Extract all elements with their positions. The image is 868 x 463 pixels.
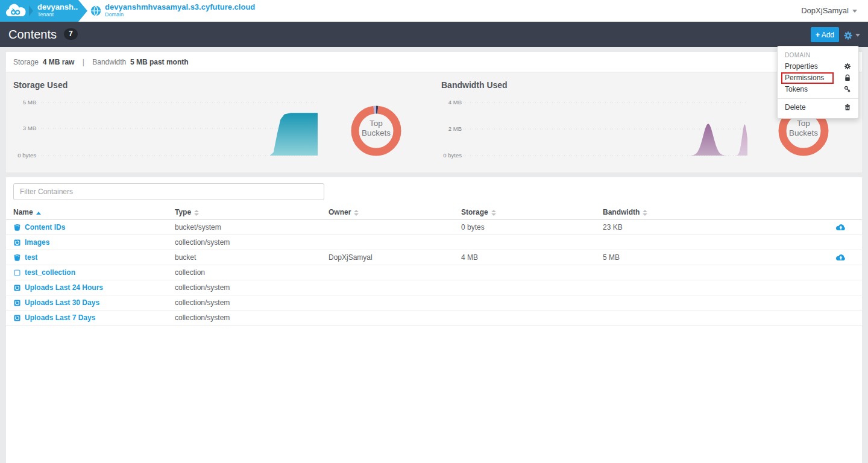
cell-type: bucket/system — [175, 223, 329, 232]
table-row: Uploads Last 24 Hourscollection/system — [6, 280, 862, 295]
collection-icon — [13, 314, 21, 322]
sort-icon — [194, 210, 199, 216]
usage-summary: Storage 4 MB raw | Bandwidth 5 MB past m… — [6, 52, 862, 72]
containers-panel: NameTypeOwnerStorageBandwidth Content ID… — [6, 177, 862, 463]
cell-type: collection/system — [175, 283, 329, 292]
tenant-label: Tenant — [37, 11, 78, 18]
menu-item-label: Properties — [785, 62, 818, 71]
y-tick-label: 2 MB — [432, 125, 462, 132]
cell-storage: 0 bytes — [461, 223, 603, 232]
charts-panel: Storage Used Bandwidth Used Top Buckets … — [6, 72, 862, 172]
top-bar: devyansh.. Tenant devyanshmhvasamyal.s3.… — [0, 0, 868, 22]
donut-center-label: Top Buckets — [358, 119, 394, 138]
column-label: Bandwidth — [603, 208, 640, 216]
collection-icon — [13, 299, 21, 307]
table-body: Content IDsbucket/system0 bytes23 KBImag… — [6, 220, 862, 326]
cell-type: collection/system — [175, 238, 329, 247]
trash-icon — [844, 104, 851, 111]
menu-item-permissions[interactable]: Permissions — [778, 72, 858, 84]
menu-section-label: DOMAIN — [778, 50, 858, 61]
cloud-upload-icon[interactable] — [835, 224, 862, 232]
bandwidth-value: 5 MB past month — [130, 58, 189, 66]
donut-center-label: Top Buckets — [785, 119, 822, 138]
container-link[interactable]: Uploads Last 7 Days — [25, 313, 95, 322]
screen: devyansh.. Tenant devyanshmhvasamyal.s3.… — [0, 0, 868, 463]
app-bar: Contents 7 + Add — [0, 22, 868, 47]
menu-item-tokens[interactable]: Tokens — [778, 84, 858, 95]
cloud-upload-icon[interactable] — [835, 254, 862, 262]
storage-chart-title: Storage Used — [13, 80, 68, 90]
caret-down-icon — [855, 34, 860, 37]
settings-gear-button[interactable] — [843, 27, 860, 42]
menu-item-delete[interactable]: Delete — [778, 102, 858, 113]
cell-type: collection — [175, 268, 329, 277]
collection-icon — [13, 239, 21, 247]
user-name: DopXjSamyal — [801, 6, 849, 15]
column-header-name[interactable]: Name — [13, 208, 175, 216]
tenant-breadcrumb[interactable]: devyansh.. Tenant — [0, 0, 78, 22]
sort-icon — [491, 210, 496, 216]
menu-divider — [778, 98, 858, 99]
column-header-owner[interactable]: Owner — [329, 208, 461, 216]
collection-icon — [13, 284, 21, 292]
y-tick-label: 0 bytes — [6, 152, 36, 159]
table-row: Uploads Last 7 Dayscollection/system — [6, 310, 862, 326]
bandwidth-label: Bandwidth — [92, 58, 126, 66]
column-label: Owner — [329, 208, 351, 216]
column-label: Name — [13, 208, 33, 216]
plus-icon: + — [816, 31, 820, 39]
storage-top-buckets-donut: Top Buckets — [351, 106, 401, 156]
cell-bandwidth: 23 KB — [603, 223, 835, 232]
cell-type: collection/system — [175, 313, 329, 322]
menu-item-label: Tokens — [785, 85, 808, 93]
y-tick-label: 5 MB — [6, 99, 36, 106]
tenant-name: devyansh.. — [37, 2, 78, 11]
domain-label: Domain — [105, 11, 255, 18]
cloud-logo-icon — [4, 3, 28, 21]
contents-count-badge: 7 — [64, 28, 78, 40]
table-row: testbucketDopXjSamyal4 MB5 MB — [6, 250, 862, 265]
caret-down-icon — [852, 10, 857, 13]
add-button[interactable]: + Add — [811, 27, 839, 42]
column-label: Type — [175, 208, 191, 216]
filter-containers-input[interactable] — [13, 183, 324, 200]
column-label: Storage — [461, 208, 488, 216]
container-link[interactable]: Images — [25, 238, 49, 247]
lock-icon — [844, 74, 851, 81]
column-header-type[interactable]: Type — [175, 208, 329, 216]
container-link[interactable]: test_collection — [25, 268, 75, 277]
bandwidth-chart-title: Bandwidth Used — [441, 80, 508, 90]
menu-item-properties[interactable]: Properties — [778, 61, 858, 72]
container-link[interactable]: Uploads Last 30 Days — [25, 298, 99, 307]
chevron-separator-icon — [29, 5, 33, 16]
table-header: NameTypeOwnerStorageBandwidth — [6, 205, 862, 220]
container-link[interactable]: Uploads Last 24 Hours — [25, 283, 103, 292]
column-header-bandwidth[interactable]: Bandwidth — [603, 208, 835, 216]
domain-actions-menu: DOMAIN PropertiesPermissionsTokensDelete — [777, 46, 859, 119]
column-header-storage[interactable]: Storage — [461, 208, 603, 216]
y-tick-label: 0 bytes — [432, 152, 462, 159]
cell-type: bucket — [175, 253, 329, 262]
storage-value: 4 MB raw — [43, 58, 75, 66]
container-link[interactable]: test — [25, 253, 37, 262]
separator: | — [83, 58, 84, 66]
cell-owner: DopXjSamyal — [329, 253, 461, 262]
container-link[interactable]: Content IDs — [25, 223, 65, 232]
table-row: Imagescollection/system — [6, 235, 862, 250]
storage-area-chart — [36, 96, 318, 159]
bucket-icon — [13, 254, 21, 262]
globe-icon — [90, 5, 101, 19]
table-row: test_collectioncollection — [6, 265, 862, 280]
collection-outline-icon — [13, 269, 21, 277]
user-menu[interactable]: DopXjSamyal — [801, 0, 857, 22]
table-row: Uploads Last 30 Dayscollection/system — [6, 295, 862, 310]
bucket-icon — [13, 224, 21, 232]
page-title: Contents — [8, 22, 57, 47]
y-tick-label: 3 MB — [6, 125, 36, 131]
gear-icon — [844, 63, 851, 70]
key-icon — [844, 86, 851, 93]
sort-icon — [354, 210, 359, 216]
table-row: Content IDsbucket/system0 bytes23 KB — [6, 220, 862, 235]
sort-asc-icon — [36, 212, 41, 215]
menu-item-label: Permissions — [781, 72, 834, 84]
